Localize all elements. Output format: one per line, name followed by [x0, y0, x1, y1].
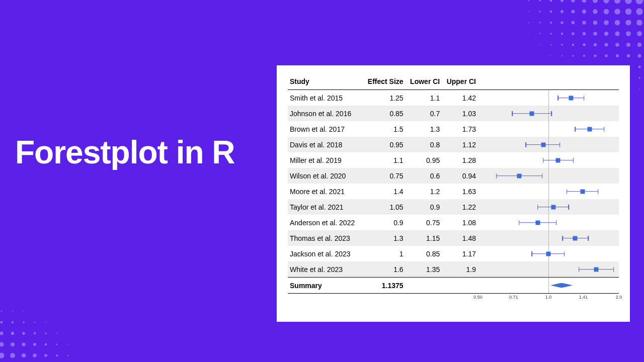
table-row: Anderson et al. 20220.90.751.08: [288, 215, 619, 230]
svg-point-8: [539, 44, 540, 45]
svg-point-71: [636, 0, 643, 4]
svg-point-33: [583, 43, 586, 46]
study-name: Miller et al. 2019: [288, 152, 362, 168]
ci-plot: [478, 90, 619, 106]
svg-point-93: [12, 321, 14, 323]
summary-row: Summary1.1375: [288, 278, 619, 294]
study-name: Anderson et al. 2022: [288, 215, 362, 230]
svg-point-18: [561, 33, 564, 35]
effect-size: 0.95: [362, 137, 405, 152]
svg-point-48: [604, 32, 608, 36]
table-row: Moore et al. 20211.41.21.63: [288, 184, 619, 199]
table-row: Miller et al. 20191.10.951.28: [288, 152, 619, 168]
lower-ci: 0.8: [406, 137, 442, 152]
lower-ci: 0.95: [406, 152, 442, 168]
lower-ci: 1.2: [406, 184, 442, 199]
effect-size: 1.05: [362, 199, 405, 215]
svg-point-102: [22, 353, 26, 358]
upper-ci: 1.03: [442, 106, 478, 121]
summary-label: Summary: [288, 278, 362, 294]
effect-size: 1.5: [362, 121, 405, 137]
svg-point-65: [626, 31, 631, 36]
axis-tick: 0.71: [509, 295, 518, 300]
svg-point-13: [550, 44, 552, 46]
summary-effect: 1.1375: [362, 278, 405, 294]
lower-ci: 1.15: [406, 230, 442, 246]
svg-point-104: [34, 322, 36, 323]
lower-ci: 1.3: [406, 121, 442, 137]
svg-point-115: [56, 343, 57, 345]
svg-point-26: [572, 44, 575, 46]
svg-point-40: [593, 32, 597, 36]
svg-point-47: [604, 20, 609, 25]
upper-ci: 1.17: [442, 246, 478, 261]
study-name: Brown et al. 2017: [288, 121, 362, 137]
svg-point-57: [615, 43, 619, 47]
lower-ci: 0.6: [406, 168, 442, 184]
svg-point-30: [582, 10, 586, 14]
svg-point-1: [528, 11, 529, 12]
svg-point-63: [625, 9, 632, 15]
study-name: Taylor et al. 2021: [288, 199, 362, 215]
svg-point-39: [593, 21, 598, 25]
decorative-dots-bottom: [0, 261, 136, 362]
ci-plot: [478, 261, 619, 278]
lower-ci: 0.7: [406, 106, 442, 121]
svg-point-100: [22, 332, 25, 334]
svg-point-22: [571, 0, 575, 3]
forestplot-table: Study Effect Size Lower CI Upper CI Smit…: [288, 74, 619, 294]
svg-point-5: [539, 11, 540, 12]
ci-plot: [478, 121, 619, 137]
svg-point-45: [603, 0, 609, 4]
table-row: Taylor et al. 20211.050.91.22: [288, 199, 619, 215]
svg-point-99: [23, 321, 25, 323]
table-row: Smith et al. 20151.251.11.42: [288, 90, 619, 106]
svg-point-88: [0, 332, 3, 335]
svg-point-118: [67, 344, 68, 345]
svg-point-10: [550, 11, 552, 13]
ci-plot: [478, 215, 619, 230]
upper-ci: 1.28: [442, 152, 478, 168]
svg-point-12: [550, 33, 551, 34]
svg-point-89: [0, 342, 4, 346]
svg-point-76: [638, 54, 641, 58]
study-name: Smith et al. 2015: [288, 90, 362, 106]
svg-point-112: [44, 354, 47, 357]
svg-point-109: [45, 322, 46, 323]
ci-plot: [478, 168, 619, 184]
svg-point-37: [593, 0, 598, 3]
upper-ci: 1.9: [442, 261, 478, 278]
study-name: Davis et al. 2018: [288, 137, 362, 152]
effect-size: 0.85: [362, 106, 405, 121]
ci-plot: [478, 199, 619, 215]
svg-point-62: [625, 0, 632, 4]
svg-point-73: [636, 20, 642, 26]
svg-point-50: [605, 54, 608, 57]
svg-point-14: [550, 55, 551, 56]
ci-plot: [478, 106, 619, 121]
effect-size: 1.1: [362, 152, 405, 168]
axis-tick: 1.0: [545, 295, 552, 300]
svg-point-75: [637, 43, 641, 47]
svg-point-20: [561, 55, 563, 57]
svg-point-92: [12, 311, 13, 312]
effect-size: 0.75: [362, 168, 405, 184]
table-row: Brown et al. 20171.51.31.73: [288, 121, 619, 137]
svg-point-55: [615, 20, 620, 26]
upper-ci: 1.12: [442, 137, 478, 152]
table-row: Jackson et al. 202310.851.17: [288, 246, 619, 261]
upper-ci: 1.73: [442, 121, 478, 137]
effect-size: 1.6: [362, 261, 405, 278]
svg-point-32: [583, 32, 586, 36]
effect-size: 1: [362, 246, 405, 261]
svg-point-53: [614, 0, 620, 4]
upper-ci: 1.48: [442, 230, 478, 246]
svg-point-101: [22, 342, 25, 346]
ci-plot: [478, 246, 619, 261]
lower-ci: 1.1: [406, 90, 442, 106]
svg-point-114: [56, 333, 57, 334]
svg-point-90: [0, 352, 5, 358]
svg-point-0: [528, 0, 529, 1]
svg-point-72: [636, 8, 642, 15]
svg-point-41: [594, 43, 597, 46]
